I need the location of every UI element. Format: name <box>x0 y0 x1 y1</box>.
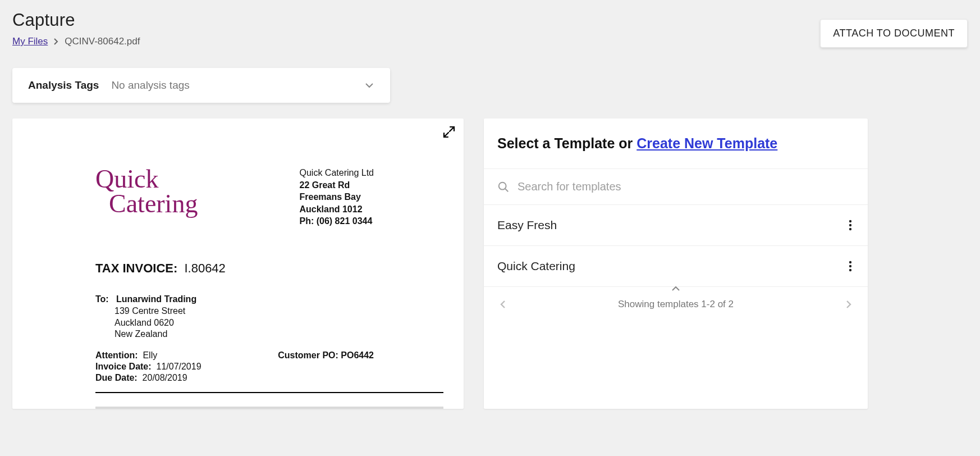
bill-to: To: Lunarwind Trading 139 Centre Street … <box>95 294 430 340</box>
svg-point-6 <box>849 265 851 267</box>
chevron-up-icon[interactable] <box>671 286 680 291</box>
chevron-right-icon <box>53 38 59 45</box>
breadcrumb: My Files QCINV-80642.pdf <box>12 36 140 47</box>
analysis-tags-dropdown[interactable]: Analysis Tags No analysis tags <box>12 68 390 103</box>
invoice-meta-right: Customer PO: PO6442 <box>278 350 374 384</box>
vendor-address: Quick Catering Ltd 22 Great Rd Freemans … <box>299 167 374 227</box>
svg-point-7 <box>849 269 851 271</box>
breadcrumb-current: QCINV-80642.pdf <box>65 36 140 47</box>
create-new-template-link[interactable]: Create New Template <box>636 135 777 151</box>
prev-page-button[interactable] <box>497 297 509 312</box>
template-item-label: Easy Fresh <box>497 218 557 232</box>
svg-point-3 <box>849 224 851 226</box>
document-preview: Quick Catering Quick Catering Ltd 22 Gre… <box>12 118 464 409</box>
invoice-meta-left: Attention: Elly Invoice Date: 11/07/2019… <box>95 350 202 384</box>
template-panel-heading: Select a Template or Create New Template <box>484 118 868 169</box>
analysis-tags-label: Analysis Tags <box>28 79 99 92</box>
line-items-header: UNIT QTY DESCRIPTION UNIT PRICE TOTAL <box>95 407 443 409</box>
more-vert-icon[interactable] <box>846 217 854 233</box>
breadcrumb-root-link[interactable]: My Files <box>12 36 48 47</box>
svg-line-1 <box>505 188 509 191</box>
page-title: Capture <box>12 10 140 30</box>
template-item[interactable]: Easy Fresh <box>484 205 868 246</box>
template-item-label: Quick Catering <box>497 259 575 273</box>
more-vert-icon[interactable] <box>846 258 854 274</box>
divider <box>95 392 443 393</box>
template-panel: Select a Template or Create New Template… <box>484 118 868 409</box>
svg-point-5 <box>849 261 851 263</box>
invoice-title: TAX INVOICE: I.80642 <box>95 261 430 276</box>
svg-point-4 <box>849 228 851 230</box>
svg-point-2 <box>849 220 851 222</box>
expand-icon[interactable] <box>442 125 456 139</box>
template-count-status: Showing templates 1-2 of 2 <box>618 299 734 310</box>
chevron-down-icon <box>364 82 374 89</box>
next-page-button[interactable] <box>843 297 854 312</box>
template-item[interactable]: Quick Catering <box>484 246 868 287</box>
vendor-logo: Quick Catering <box>95 167 198 216</box>
svg-point-0 <box>499 182 506 189</box>
search-icon <box>497 181 510 193</box>
template-search-input[interactable] <box>518 180 854 193</box>
analysis-tags-value: No analysis tags <box>111 79 189 92</box>
attach-to-document-button[interactable]: ATTACH TO DOCUMENT <box>820 19 968 48</box>
